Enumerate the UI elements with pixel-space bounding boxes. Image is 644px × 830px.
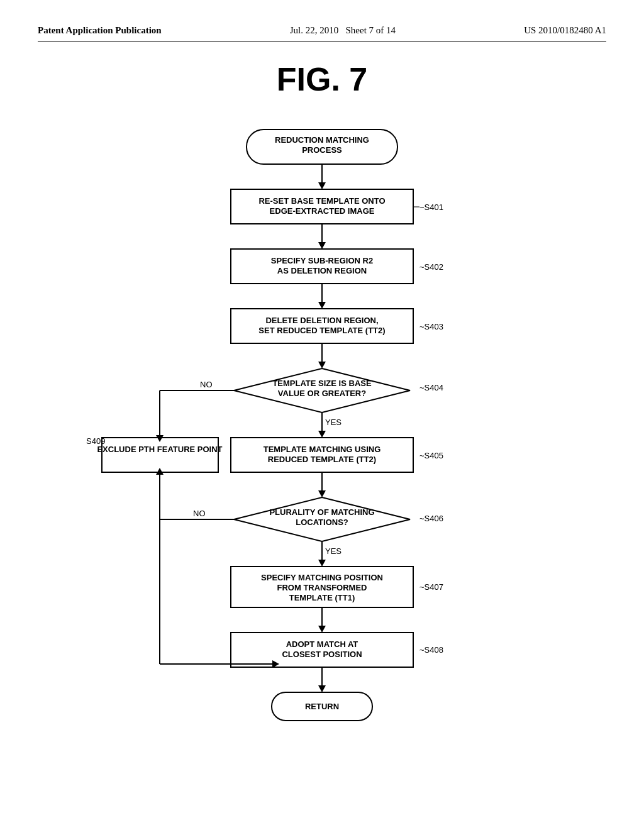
box6-line2: FROM TRANSFORMED <box>277 583 367 592</box>
fig-title: FIG. 7 <box>38 60 606 98</box>
box5-line2: REDUCED TEMPLATE (TT2) <box>268 455 376 464</box>
box1-line2: PROCESS <box>302 145 342 155</box>
s409-label: S409 <box>86 436 105 446</box>
svg-marker-6 <box>318 242 326 249</box>
header: Patent Application Publication Jul. 22, … <box>38 25 606 42</box>
page: Patent Application Publication Jul. 22, … <box>0 0 644 830</box>
s406-label: ~S406 <box>419 514 443 523</box>
box2-line2: EDGE-EXTRACTED IMAGE <box>270 206 375 216</box>
diamond1-line1: TEMPLATE SIZE IS BASE <box>272 379 372 388</box>
box7-line1: ADOPT MATCH AT <box>286 639 358 649</box>
box3-line1: SPECIFY SUB-REGION R2 <box>271 256 373 265</box>
header-sheet: Sheet 7 of 14 <box>346 25 396 35</box>
box6-line3: TEMPLATE (TT1) <box>289 593 355 602</box>
box2-line1: RE-SET BASE TEMPLATE ONTO <box>258 196 385 206</box>
s407-label: ~S407 <box>419 582 443 592</box>
box6-line1: SPECIFY MATCHING POSITION <box>261 573 383 582</box>
header-center: Jul. 22, 2010 Sheet 7 of 14 <box>290 25 396 36</box>
publication-label: Patent Application Publication <box>38 25 162 35</box>
s403-label: ~S403 <box>419 322 443 331</box>
flowchart-svg: .fc-text { font-family: Arial, sans-seri… <box>39 117 605 796</box>
diamond1-no: NO <box>200 380 213 389</box>
s404-label: ~S404 <box>419 383 443 392</box>
svg-marker-24 <box>318 626 326 633</box>
return-label: RETURN <box>305 702 339 711</box>
header-right: US 2010/0182480 A1 <box>524 25 606 36</box>
svg-marker-21 <box>318 560 326 567</box>
header-patent: US 2010/0182480 A1 <box>524 25 606 35</box>
s401-label: ~S401 <box>419 202 443 212</box>
box3-line2: AS DELETION REGION <box>277 266 367 275</box>
svg-marker-2 <box>318 182 326 189</box>
header-left: Patent Application Publication <box>38 25 162 36</box>
diamond1-line2: VALUE OR GREATER? <box>278 389 366 398</box>
box7-line2: CLOSEST POSITION <box>282 650 362 659</box>
box5-line1: TEMPLATE MATCHING USING <box>264 445 381 454</box>
svg-rect-29 <box>102 438 218 472</box>
diamond1-yes: YES <box>325 418 341 427</box>
s408-label: ~S408 <box>419 645 443 655</box>
header-date: Jul. 22, 2010 <box>290 25 339 35</box>
s402-label: ~S402 <box>419 262 443 272</box>
svg-marker-9 <box>318 302 326 309</box>
box1-line1: REDUCTION MATCHING <box>275 135 369 145</box>
diamond2-no: NO <box>193 509 206 518</box>
box-left-line1: EXCLUDE PTH FEATURE POINT <box>97 445 222 454</box>
diamond2-yes: YES <box>325 546 341 556</box>
box4-line1: DELETE DELETION REGION, <box>265 316 378 325</box>
diamond2-line1: PLURALITY OF MATCHING <box>269 507 374 517</box>
diamond2-line2: LOCATIONS? <box>296 517 348 527</box>
svg-marker-12 <box>318 362 326 368</box>
svg-marker-18 <box>318 490 326 497</box>
svg-marker-15 <box>318 431 326 438</box>
box4-line2: SET REDUCED TEMPLATE (TT2) <box>258 326 385 335</box>
svg-marker-27 <box>318 685 326 692</box>
s405-label: ~S405 <box>419 451 443 460</box>
